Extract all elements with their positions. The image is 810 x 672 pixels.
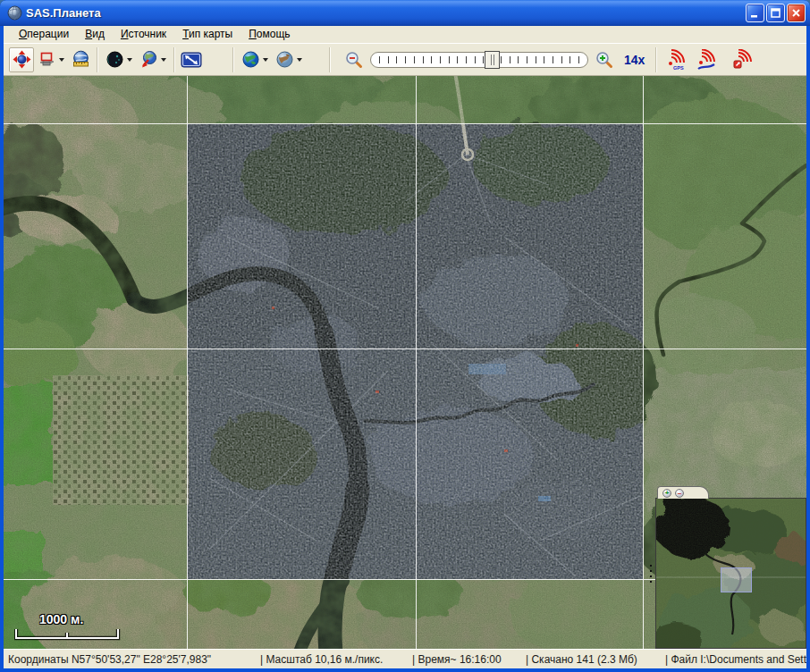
goto-place-button[interactable]: [136, 47, 161, 72]
app-window: SAS.Планета Операции Вид Источник Тип ка…: [0, 0, 810, 672]
measure-button[interactable]: [68, 47, 93, 72]
maximize-button[interactable]: [766, 4, 785, 22]
map-source-globe-icon: [241, 50, 260, 69]
selection-dropdown-arrow[interactable]: [59, 58, 64, 62]
toolbar-separator: [173, 47, 175, 72]
selection-icon: [38, 50, 56, 69]
minimap-zoom-globe-icon[interactable]: +: [662, 489, 671, 498]
status-coordinates: Координаты N57°50'53,27" E28°25'7,983": [8, 653, 260, 666]
toolbar-separator: [97, 47, 98, 72]
status-bar: Координаты N57°50'53,27" E28°25'7,983" |…: [4, 649, 806, 668]
zoom-out-icon: [345, 51, 363, 69]
minimap-view-rectangle[interactable]: [721, 567, 752, 592]
svg-text:GPS: GPS: [673, 65, 684, 71]
zoom-out-button[interactable]: [342, 47, 367, 72]
minimap-close-icon[interactable]: –: [675, 489, 684, 498]
gps-follow-button[interactable]: [730, 47, 755, 72]
goto-place-icon: [139, 50, 158, 69]
menu-help[interactable]: Помощь: [240, 27, 298, 42]
toolbar-separator: [329, 47, 331, 72]
close-button[interactable]: [787, 4, 806, 22]
layers-dropdown-arrow[interactable]: [297, 58, 302, 62]
zoom-slider-ticks: [379, 56, 579, 63]
menu-operations[interactable]: Операции: [11, 27, 77, 42]
map-source-button[interactable]: [238, 47, 263, 72]
gps-track-button[interactable]: [695, 47, 720, 72]
menu-source[interactable]: Источник: [113, 27, 174, 42]
minimize-button[interactable]: [746, 4, 764, 22]
status-time: | Время~ 16:16:00: [412, 653, 526, 666]
selection-button[interactable]: [34, 47, 59, 72]
gps-follow-icon: [732, 49, 754, 71]
pan-icon: [13, 50, 31, 69]
gps-connect-icon: GPS: [666, 49, 688, 71]
fullscreen-icon: [181, 51, 202, 69]
measure-icon: [72, 50, 90, 69]
toolbar-separator: [232, 47, 234, 72]
zoom-in-button[interactable]: [592, 47, 617, 72]
night-view-dropdown-arrow[interactable]: [127, 58, 132, 62]
scale-bar: 1000 м.: [14, 612, 122, 644]
gps-track-icon: [696, 49, 718, 71]
zoom-in-icon: [595, 51, 613, 69]
gps-connect-button[interactable]: GPS: [664, 47, 689, 72]
minimap-panel[interactable]: + –: [655, 498, 806, 649]
zoom-slider[interactable]: [370, 50, 588, 70]
pan-button[interactable]: [9, 47, 34, 72]
app-globe-icon: [7, 5, 22, 21]
night-view-button[interactable]: [102, 47, 127, 72]
zoom-factor-label: 14x: [624, 53, 645, 67]
fullscreen-button[interactable]: [179, 47, 204, 72]
zoom-slider-thumb[interactable]: [485, 51, 500, 69]
status-cache-file: | Файл I:\Documents and Sett: [665, 653, 806, 666]
status-map-scale: | Масштаб 10,16 м./пикс.: [260, 653, 412, 666]
map-source-dropdown-arrow[interactable]: [263, 58, 268, 62]
menu-map-type[interactable]: Тип карты: [174, 27, 240, 42]
window-title: SAS.Планета: [26, 6, 744, 20]
minimap-tab[interactable]: + –: [657, 486, 709, 499]
toolbar-separator: [655, 47, 657, 72]
toolbar: 14x GPS: [4, 43, 806, 76]
map-viewport[interactable]: 1000 м. + –: [4, 76, 806, 649]
status-downloaded: | Скачано 141 (2.3 Мб): [526, 653, 665, 666]
layers-globe-icon: [275, 50, 294, 69]
menu-bar: Операции Вид Источник Тип карты Помощь: [4, 26, 806, 43]
minimap-resize-grip[interactable]: [650, 565, 654, 583]
title-bar[interactable]: SAS.Планета: [0, 0, 810, 26]
scale-bar-label: 1000 м.: [39, 612, 122, 626]
layers-button[interactable]: [272, 47, 297, 72]
goto-place-dropdown-arrow[interactable]: [161, 58, 166, 62]
menu-view[interactable]: Вид: [77, 27, 113, 42]
night-globe-icon: [105, 50, 124, 69]
